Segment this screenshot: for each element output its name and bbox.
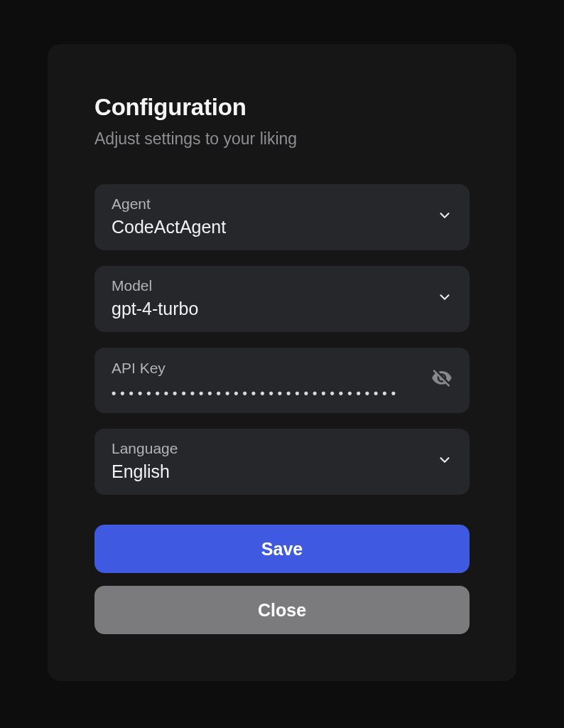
agent-select[interactable]: Agent CodeActAgent xyxy=(94,184,470,250)
api-key-content: API Key ••••••••••••••••••••••••••••••••… xyxy=(112,360,423,400)
chevron-down-icon xyxy=(437,289,452,308)
button-row: Save Close xyxy=(94,525,470,634)
model-value: gpt-4-turbo xyxy=(112,299,428,319)
language-value: English xyxy=(112,461,428,482)
modal-title: Configuration xyxy=(94,94,470,121)
api-key-field[interactable]: API Key ••••••••••••••••••••••••••••••••… xyxy=(94,348,470,413)
agent-content: Agent CodeActAgent xyxy=(112,196,428,237)
modal-subtitle: Adjust settings to your liking xyxy=(94,129,470,149)
api-key-value: ••••••••••••••••••••••••••••••••• xyxy=(112,381,423,400)
model-label: Model xyxy=(112,277,428,294)
modal-header: Configuration Adjust settings to your li… xyxy=(94,94,470,149)
agent-value: CodeActAgent xyxy=(112,217,428,237)
save-button[interactable]: Save xyxy=(94,525,470,573)
close-button[interactable]: Close xyxy=(94,586,470,634)
chevron-down-icon xyxy=(437,208,452,226)
eye-off-icon[interactable] xyxy=(431,368,452,392)
model-content: Model gpt-4-turbo xyxy=(112,277,428,319)
language-content: Language English xyxy=(112,440,428,482)
language-select[interactable]: Language English xyxy=(94,429,470,495)
agent-label: Agent xyxy=(112,196,428,213)
model-select[interactable]: Model gpt-4-turbo xyxy=(94,266,470,332)
configuration-modal: Configuration Adjust settings to your li… xyxy=(48,44,516,681)
language-label: Language xyxy=(112,440,428,457)
api-key-label: API Key xyxy=(112,360,423,377)
chevron-down-icon xyxy=(437,452,452,471)
